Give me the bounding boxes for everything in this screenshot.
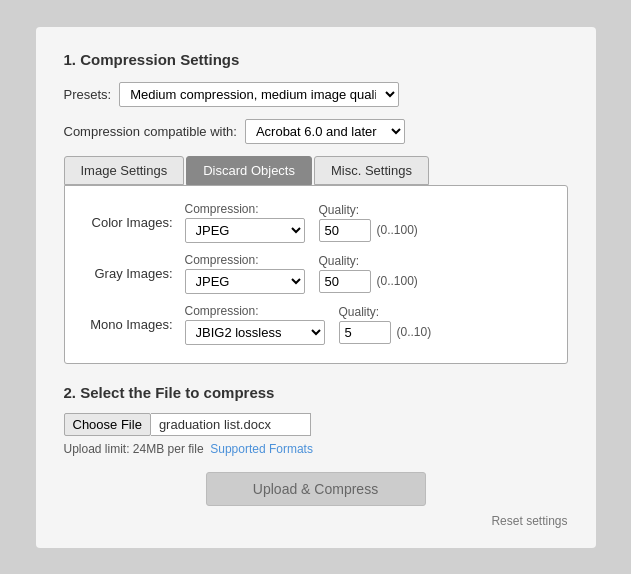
mono-compression-select[interactable]: JBIG2 lossless CCITT Group 4 ZIP None — [185, 320, 325, 345]
color-quality-input[interactable] — [319, 219, 371, 242]
mono-quality-label: Quality: — [339, 305, 391, 319]
compat-row: Compression compatible with: Acrobat 6.0… — [64, 119, 568, 144]
choose-file-button[interactable]: Choose File — [64, 413, 151, 436]
mono-quality-input[interactable] — [339, 321, 391, 344]
mono-images-label: Mono Images: — [85, 317, 185, 332]
tab-image-settings[interactable]: Image Settings — [64, 156, 185, 185]
color-images-label: Color Images: — [85, 215, 185, 230]
gray-compression-block: Compression: JPEG ZIP None — [185, 253, 305, 294]
upload-limit-row: Upload limit: 24MB per file Supported Fo… — [64, 442, 568, 456]
color-compression-block: Compression: JPEG ZIP None — [185, 202, 305, 243]
gray-quality-input[interactable] — [319, 270, 371, 293]
presets-select[interactable]: Medium compression, medium image quality… — [119, 82, 399, 107]
gray-compression-label: Compression: — [185, 253, 305, 267]
color-images-row: Color Images: Compression: JPEG ZIP None… — [85, 202, 547, 243]
section1-title: 1. Compression Settings — [64, 51, 568, 68]
gray-images-row: Gray Images: Compression: JPEG ZIP None … — [85, 253, 547, 294]
presets-label: Presets: — [64, 87, 112, 102]
mono-compression-block: Compression: JBIG2 lossless CCITT Group … — [185, 304, 325, 345]
color-quality-range: (0..100) — [377, 223, 418, 237]
section2-title: 2. Select the File to compress — [64, 384, 568, 401]
gray-compression-select[interactable]: JPEG ZIP None — [185, 269, 305, 294]
supported-formats-link[interactable]: Supported Formats — [210, 442, 313, 456]
file-name-display: graduation list.docx — [151, 413, 311, 436]
image-settings-panel: Color Images: Compression: JPEG ZIP None… — [64, 185, 568, 364]
gray-quality-label: Quality: — [319, 254, 371, 268]
upload-compress-button[interactable]: Upload & Compress — [206, 472, 426, 506]
gray-quality-block: Quality: — [319, 254, 371, 293]
mono-quality-block: Quality: — [339, 305, 391, 344]
file-row: Choose File graduation list.docx — [64, 413, 568, 436]
color-quality-label: Quality: — [319, 203, 371, 217]
gray-quality-range: (0..100) — [377, 274, 418, 288]
mono-quality-range: (0..10) — [397, 325, 432, 339]
main-container: 1. Compression Settings Presets: Medium … — [36, 27, 596, 548]
color-compression-label: Compression: — [185, 202, 305, 216]
upload-limit-text: Upload limit: 24MB per file — [64, 442, 204, 456]
presets-row: Presets: Medium compression, medium imag… — [64, 82, 568, 107]
tab-discard-objects[interactable]: Discard Objects — [186, 156, 312, 185]
gray-images-label: Gray Images: — [85, 266, 185, 281]
mono-images-row: Mono Images: Compression: JBIG2 lossless… — [85, 304, 547, 345]
compat-label: Compression compatible with: — [64, 124, 237, 139]
compat-select[interactable]: Acrobat 6.0 and later Acrobat 5.0 and la… — [245, 119, 405, 144]
color-compression-select[interactable]: JPEG ZIP None — [185, 218, 305, 243]
tab-misc-settings[interactable]: Misc. Settings — [314, 156, 429, 185]
reset-settings-link[interactable]: Reset settings — [64, 514, 568, 528]
tabs-container: Image Settings Discard Objects Misc. Set… — [64, 156, 568, 185]
color-quality-block: Quality: — [319, 203, 371, 242]
mono-compression-label: Compression: — [185, 304, 325, 318]
